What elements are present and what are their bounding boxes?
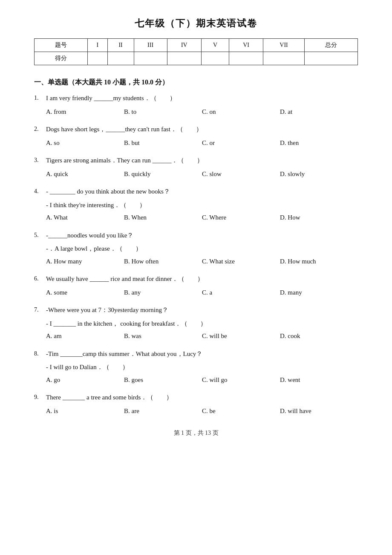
- question-3-option-c[interactable]: C. slow: [202, 169, 280, 180]
- score-row-1[interactable]: [88, 52, 107, 65]
- score-row-6[interactable]: [229, 52, 263, 65]
- question-4-stem-line1: - ________ do you think about the new bo…: [46, 186, 358, 197]
- score-table-header-row: 题号 I II III IV V VI VII 总分: [35, 39, 358, 52]
- question-9-options: A. is B. are C. be D. will have: [46, 406, 358, 417]
- question-2-stem: Dogs have short legs，______they can't ru…: [46, 124, 358, 135]
- question-6-option-a[interactable]: A. some: [46, 287, 124, 298]
- question-6-stem: We usually have ______ rice and meat for…: [46, 274, 358, 285]
- question-6: 6. We usually have ______ rice and meat …: [34, 274, 358, 298]
- question-9-option-d[interactable]: D. will have: [280, 406, 358, 417]
- score-table-header-5: V: [202, 39, 229, 52]
- question-4-option-b[interactable]: B. When: [124, 212, 202, 223]
- score-table-header-3: III: [134, 39, 167, 52]
- question-9-stem: There _______ a tree and some birds．（ ）: [46, 392, 358, 403]
- question-3-options: A. quick B. quickly C. slow D. slowly: [46, 169, 358, 180]
- question-9-option-a[interactable]: A. is: [46, 406, 124, 417]
- section1-title: 一、单选题（本大题共 10 小题，共 10.0 分）: [34, 78, 358, 87]
- question-3-option-a[interactable]: A. quick: [46, 169, 124, 180]
- question-2-num: 2.: [34, 124, 46, 134]
- question-1-options: A. from B. to C. on D. at: [46, 107, 358, 118]
- question-2: 2. Dogs have short legs，______they can't…: [34, 124, 358, 148]
- question-8-option-d[interactable]: D. went: [280, 375, 358, 386]
- question-8-stem-line2: - I will go to Dalian．（ ）: [46, 362, 358, 373]
- question-2-option-d[interactable]: D. then: [280, 138, 358, 149]
- score-row-label: 得分: [35, 52, 88, 65]
- question-5-option-d[interactable]: D. How much: [280, 256, 358, 267]
- question-4: 4. - ________ do you think about the new…: [34, 186, 358, 223]
- score-row-total[interactable]: [304, 52, 357, 65]
- question-8-options: A. go B. goes C. will go D. went: [46, 375, 358, 386]
- question-4-option-a[interactable]: A. What: [46, 212, 124, 223]
- question-4-stem-line2: - I think they're interesting．（ ）: [46, 200, 358, 211]
- question-2-option-b[interactable]: B. but: [124, 138, 202, 149]
- page-title: 七年级（下）期末英语试卷: [34, 17, 358, 30]
- question-9-num: 9.: [34, 392, 46, 402]
- page-footer: 第 1 页，共 13 页: [34, 429, 358, 437]
- question-7: 7. -Where were you at 7：30yesterday morn…: [34, 305, 358, 342]
- question-5-stem-line1: -______noodles would you like？: [46, 230, 358, 241]
- question-6-num: 6.: [34, 274, 46, 284]
- score-table-header-6: VI: [229, 39, 263, 52]
- question-8-option-a[interactable]: A. go: [46, 375, 124, 386]
- question-7-option-d[interactable]: D. cook: [280, 331, 358, 342]
- score-table-header-7: VII: [263, 39, 304, 52]
- question-2-option-c[interactable]: C. or: [202, 138, 280, 149]
- question-5-option-c[interactable]: C. What size: [202, 256, 280, 267]
- question-7-options: A. am B. was C. will be D. cook: [46, 331, 358, 342]
- question-2-option-a[interactable]: A. so: [46, 138, 124, 149]
- question-5-num: 5.: [34, 230, 46, 240]
- score-table-header-2: II: [107, 39, 134, 52]
- question-7-option-b[interactable]: B. was: [124, 331, 202, 342]
- question-3-num: 3.: [34, 155, 46, 165]
- question-2-options: A. so B. but C. or D. then: [46, 138, 358, 149]
- question-4-options: A. What B. When C. Where D. How: [46, 212, 358, 223]
- question-8-option-b[interactable]: B. goes: [124, 375, 202, 386]
- question-9: 9. There _______ a tree and some birds．（…: [34, 392, 358, 416]
- question-5: 5. -______noodles would you like？ -．A la…: [34, 230, 358, 267]
- question-8-stem-line1: -Tim _______camp this summer．What about …: [46, 349, 358, 360]
- question-1-stem: I am very friendly ______my students．（ ）: [46, 93, 358, 104]
- score-table-header-1: I: [88, 39, 107, 52]
- question-7-stem-line1: -Where were you at 7：30yesterday morning…: [46, 305, 358, 316]
- question-1: 1. I am very friendly ______my students．…: [34, 93, 358, 117]
- question-5-option-a[interactable]: A. How many: [46, 256, 124, 267]
- question-7-option-a[interactable]: A. am: [46, 331, 124, 342]
- question-1-option-b[interactable]: B. to: [124, 107, 202, 118]
- score-row-5[interactable]: [202, 52, 229, 65]
- question-7-num: 7.: [34, 305, 46, 315]
- question-4-num: 4.: [34, 186, 46, 197]
- score-table-header-0: 题号: [35, 39, 88, 52]
- score-row-7[interactable]: [263, 52, 304, 65]
- question-3-option-d[interactable]: D. slowly: [280, 169, 358, 180]
- question-5-stem-line2: -．A large bowl，please．（ ）: [46, 243, 358, 254]
- score-row-2[interactable]: [107, 52, 134, 65]
- score-row-4[interactable]: [167, 52, 202, 65]
- score-table-header-4: IV: [167, 39, 202, 52]
- question-5-option-b[interactable]: B. How often: [124, 256, 202, 267]
- question-3-stem: Tigers are strong animals．They can run _…: [46, 155, 358, 166]
- question-9-option-c[interactable]: C. be: [202, 406, 280, 417]
- question-7-stem-line2: - I _______ in the kitchen， cooking for …: [46, 318, 358, 330]
- question-1-option-d[interactable]: D. at: [280, 107, 358, 118]
- question-1-option-c[interactable]: C. on: [202, 107, 280, 118]
- question-4-option-d[interactable]: D. How: [280, 212, 358, 223]
- question-6-option-b[interactable]: B. any: [124, 287, 202, 298]
- question-1-num: 1.: [34, 93, 46, 103]
- score-row-3[interactable]: [134, 52, 167, 65]
- question-1-option-a[interactable]: A. from: [46, 107, 124, 118]
- question-8-option-c[interactable]: C. will go: [202, 375, 280, 386]
- question-8: 8. -Tim _______camp this summer．What abo…: [34, 349, 358, 386]
- question-6-options: A. some B. any C. a D. many: [46, 287, 358, 298]
- question-7-option-c[interactable]: C. will be: [202, 331, 280, 342]
- question-6-option-d[interactable]: D. many: [280, 287, 358, 298]
- question-3: 3. Tigers are strong animals．They can ru…: [34, 155, 358, 179]
- question-4-option-c[interactable]: C. Where: [202, 212, 280, 223]
- score-table-score-row: 得分: [35, 52, 358, 65]
- question-6-option-c[interactable]: C. a: [202, 287, 280, 298]
- question-8-num: 8.: [34, 349, 46, 359]
- score-table-header-8: 总分: [304, 39, 357, 52]
- question-9-option-b[interactable]: B. are: [124, 406, 202, 417]
- question-3-option-b[interactable]: B. quickly: [124, 169, 202, 180]
- question-5-options: A. How many B. How often C. What size D.…: [46, 256, 358, 267]
- score-table: 题号 I II III IV V VI VII 总分 得分: [34, 38, 358, 65]
